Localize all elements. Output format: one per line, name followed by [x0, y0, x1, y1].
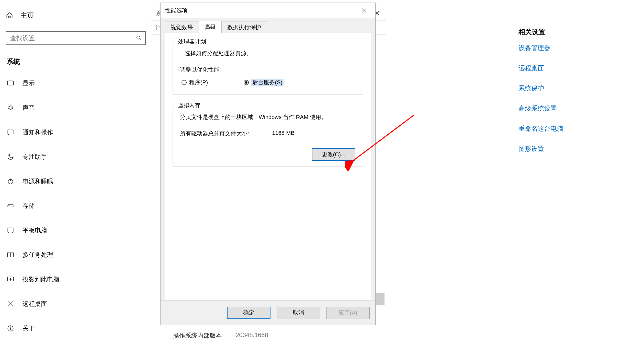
multitasking-icon — [7, 251, 14, 259]
sidebar-item-remote-desktop[interactable]: 远程桌面 — [6, 294, 148, 314]
radio-programs-label: 程序(P) — [189, 79, 208, 86]
virtual-memory-group: 虚拟内存 分页文件是硬盘上的一块区域，Windows 当作 RAM 使用。 所有… — [173, 105, 363, 167]
home-label: 主页 — [20, 11, 34, 20]
svg-rect-11 — [7, 253, 10, 257]
dialog-footer: 确定 取消 应用(A) — [161, 300, 375, 325]
tab-advanced[interactable]: 高级 — [199, 21, 222, 33]
sidebar-item-label: 平板电脑 — [22, 226, 47, 234]
cancel-button[interactable]: 取消 — [277, 307, 320, 319]
advanced-tab-page: 处理器计划 选择如何分配处理器资源。 调整以优化性能: 程序(P) 后台服务(S… — [165, 33, 371, 309]
display-icon — [7, 79, 14, 87]
svg-rect-4 — [8, 130, 13, 134]
related-settings: 相关设置 设备管理器 远程桌面 系统保护 高级系统设置 重命名这台电脑 图形设置 — [518, 28, 563, 165]
search-input[interactable] — [10, 34, 132, 42]
tab-visual-effects[interactable]: 视觉效果 — [165, 21, 199, 33]
ok-button[interactable]: 确定 — [227, 307, 270, 319]
processor-description: 选择如何分配处理器资源。 — [185, 50, 356, 57]
sidebar-item-label: 投影到此电脑 — [22, 275, 59, 283]
svg-point-8 — [9, 206, 9, 206]
sidebar-item-sound[interactable]: 声音 — [6, 98, 148, 118]
search-icon — [136, 35, 142, 41]
sidebar-item-label: 声音 — [22, 104, 35, 112]
virtual-memory-group-title: 虚拟内存 — [176, 102, 202, 109]
radio-dot-icon — [182, 80, 187, 85]
sidebar-item-label: 通知和操作 — [22, 128, 53, 136]
link-device-manager[interactable]: 设备管理器 — [518, 44, 563, 52]
sidebar-item-notifications[interactable]: 通知和操作 — [6, 122, 148, 142]
related-settings-title: 相关设置 — [518, 28, 563, 37]
svg-rect-10 — [8, 232, 13, 233]
radio-background-services[interactable]: 后台服务(S) — [244, 79, 283, 86]
projecting-icon — [7, 276, 14, 283]
close-icon[interactable] — [357, 5, 371, 16]
home-nav[interactable]: 主页 — [6, 9, 148, 22]
about-icon — [7, 325, 14, 332]
scrollbar-thumb[interactable] — [376, 293, 385, 305]
tab-data-execution-prevention[interactable]: 数据执行保护 — [221, 21, 267, 33]
sidebar-item-label: 专注助手 — [22, 153, 47, 161]
dialog-tab-strip: 视觉效果 高级 数据执行保护 — [161, 18, 375, 33]
notifications-icon — [7, 128, 14, 136]
virtual-memory-description: 分页文件是硬盘上的一块区域，Windows 当作 RAM 使用。 — [180, 113, 356, 121]
sidebar-item-focus-assist[interactable]: 专注助手 — [6, 147, 148, 167]
svg-rect-2 — [7, 81, 13, 85]
paging-file-total-value: 1168 MB — [272, 130, 295, 137]
sidebar-item-about[interactable]: 关于 — [6, 318, 148, 338]
storage-icon — [7, 202, 14, 210]
dialog-title-bar[interactable]: 性能选项 — [161, 3, 375, 18]
focus-assist-icon — [7, 153, 14, 161]
link-advanced-system-settings[interactable]: 高级系统设置 — [518, 104, 563, 113]
adjust-for-label: 调整以优化性能: — [180, 66, 356, 74]
link-system-protection[interactable]: 系统保护 — [518, 84, 563, 92]
svg-rect-12 — [11, 253, 13, 257]
svg-point-16 — [10, 327, 11, 327]
sidebar-item-display[interactable]: 显示 — [6, 73, 148, 93]
sidebar-item-tablet[interactable]: 平板电脑 — [6, 220, 148, 240]
link-graphics-settings[interactable]: 图形设置 — [518, 145, 563, 153]
sidebar-item-projecting[interactable]: 投影到此电脑 — [6, 269, 148, 289]
search-input-wrap[interactable] — [6, 31, 146, 45]
tablet-icon — [7, 226, 14, 234]
sidebar-item-label: 远程桌面 — [22, 300, 47, 308]
sidebar-item-label: 电源和睡眠 — [22, 177, 53, 185]
paging-file-total-label: 所有驱动器总分页文件大小: — [180, 130, 249, 137]
os-build-value: 20348.1668 — [236, 331, 268, 340]
link-remote-desktop[interactable]: 远程桌面 — [518, 64, 563, 72]
performance-options-dialog: 性能选项 视觉效果 高级 数据执行保护 处理器计划 选择如何分配处理器资源。 调… — [160, 3, 376, 325]
sidebar-item-storage[interactable]: 存储 — [6, 196, 148, 216]
sidebar-item-power[interactable]: 电源和睡眠 — [6, 171, 148, 191]
sidebar-item-label: 显示 — [22, 79, 35, 87]
sidebar-item-label: 多任务处理 — [22, 251, 53, 259]
os-build-row: 操作系统内部版本 20348.1668 — [173, 331, 268, 340]
apply-button[interactable]: 应用(A) — [326, 307, 370, 319]
svg-point-0 — [137, 36, 140, 39]
processor-group-title: 处理器计划 — [176, 38, 208, 45]
sidebar-item-multitasking[interactable]: 多任务处理 — [6, 245, 148, 265]
svg-rect-9 — [8, 228, 13, 232]
sidebar-item-label: 存储 — [22, 202, 35, 210]
radio-services-label: 后台服务(S) — [251, 79, 283, 86]
radio-programs[interactable]: 程序(P) — [182, 79, 208, 86]
svg-line-1 — [140, 39, 141, 40]
os-build-label: 操作系统内部版本 — [173, 331, 222, 340]
settings-sidebar: 主页 系统 显示 声音 通知和操作 专注助手 — [0, 0, 148, 346]
section-title: 系统 — [7, 57, 148, 66]
home-icon — [6, 11, 13, 19]
remote-desktop-icon — [7, 300, 14, 308]
power-icon — [7, 177, 14, 185]
dialog-title: 性能选项 — [165, 7, 188, 14]
radio-dot-icon — [244, 80, 249, 85]
sidebar-item-label: 关于 — [22, 324, 35, 332]
change-button[interactable]: 更改(C)... — [312, 148, 355, 161]
sound-icon — [7, 104, 14, 112]
processor-scheduling-group: 处理器计划 选择如何分配处理器资源。 调整以优化性能: 程序(P) 后台服务(S… — [173, 41, 363, 95]
link-rename-pc[interactable]: 重命名这台电脑 — [518, 124, 563, 133]
